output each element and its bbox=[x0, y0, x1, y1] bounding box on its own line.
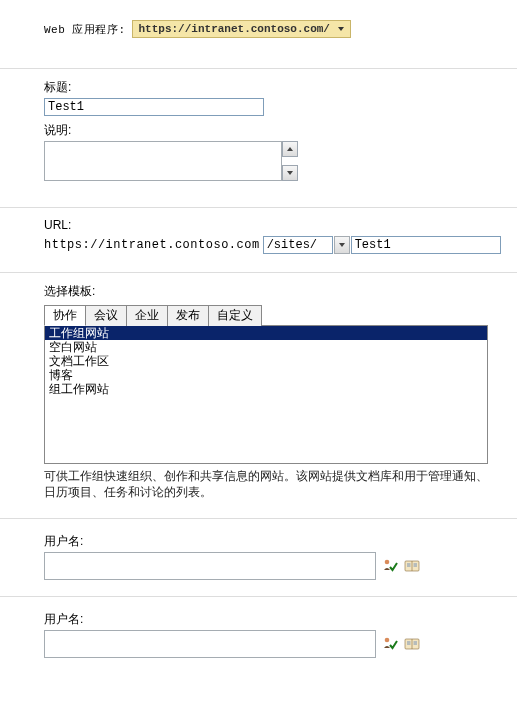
url-label: URL: bbox=[44, 218, 517, 232]
url-path-dropdown[interactable] bbox=[334, 236, 350, 254]
tab-publishing[interactable]: 发布 bbox=[168, 305, 209, 326]
template-item-groupwork[interactable]: 组工作网站 bbox=[45, 382, 487, 396]
user2-label: 用户名: bbox=[44, 611, 517, 628]
url-path-input[interactable] bbox=[263, 236, 333, 254]
user1-label: 用户名: bbox=[44, 533, 517, 550]
user2-input[interactable] bbox=[44, 630, 376, 658]
check-names-icon[interactable] bbox=[382, 558, 398, 574]
webapp-label: Web 应用程序: bbox=[44, 22, 126, 37]
svg-point-7 bbox=[385, 638, 390, 643]
tab-meetings[interactable]: 会议 bbox=[86, 305, 127, 326]
template-item-team[interactable]: 工作组网站 bbox=[45, 326, 487, 340]
chevron-down-icon bbox=[338, 27, 344, 31]
chevron-down-icon bbox=[287, 171, 293, 175]
browse-directory-icon[interactable] bbox=[404, 558, 420, 574]
template-label: 选择模板: bbox=[44, 283, 517, 300]
chevron-down-icon bbox=[339, 243, 345, 247]
url-prefix: https://intranet.contoso.com bbox=[44, 238, 262, 252]
webapp-dropdown[interactable]: https://intranet.contoso.com/ bbox=[132, 20, 351, 38]
chevron-up-icon bbox=[287, 147, 293, 151]
scroll-up-button[interactable] bbox=[282, 141, 298, 157]
description-label: 说明: bbox=[44, 122, 517, 139]
user1-input[interactable] bbox=[44, 552, 376, 580]
tab-custom[interactable]: 自定义 bbox=[209, 305, 262, 326]
svg-point-0 bbox=[385, 560, 390, 565]
tab-collaboration[interactable]: 协作 bbox=[44, 305, 86, 326]
description-textarea[interactable] bbox=[44, 141, 282, 181]
title-input[interactable] bbox=[44, 98, 264, 116]
check-names-icon[interactable] bbox=[382, 636, 398, 652]
url-name-input[interactable] bbox=[351, 236, 501, 254]
template-item-blog[interactable]: 博客 bbox=[45, 368, 487, 382]
template-listbox[interactable]: 工作组网站 空白网站 文档工作区 博客 组工作网站 bbox=[44, 326, 488, 464]
template-item-docworkspace[interactable]: 文档工作区 bbox=[45, 354, 487, 368]
tab-enterprise[interactable]: 企业 bbox=[127, 305, 168, 326]
title-label: 标题: bbox=[44, 79, 517, 96]
webapp-value: https://intranet.contoso.com/ bbox=[139, 23, 330, 35]
template-description: 可供工作组快速组织、创作和共享信息的网站。该网站提供文档库和用于管理通知、日历项… bbox=[44, 468, 488, 500]
template-item-blank[interactable]: 空白网站 bbox=[45, 340, 487, 354]
browse-directory-icon[interactable] bbox=[404, 636, 420, 652]
template-tabs: 协作 会议 企业 发布 自定义 bbox=[44, 304, 488, 326]
scroll-down-button[interactable] bbox=[282, 165, 298, 181]
